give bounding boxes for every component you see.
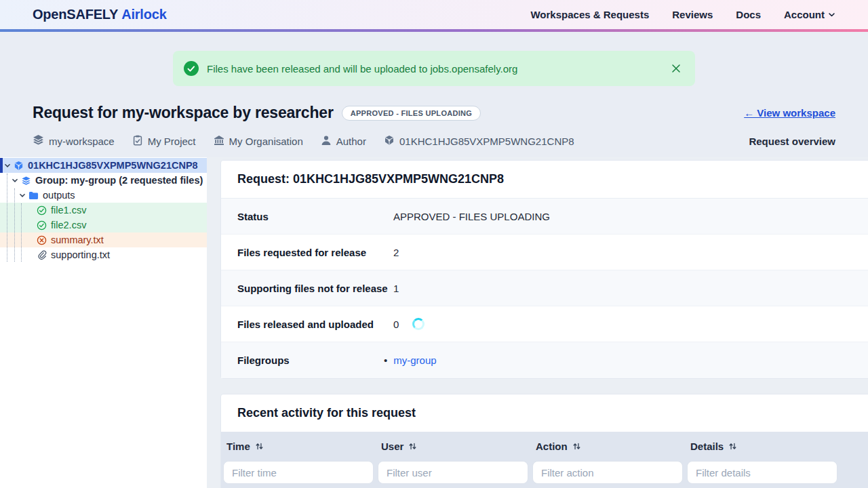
- meta-label: my-workspace: [49, 136, 115, 147]
- success-alert: Files have been released and will be upl…: [173, 51, 695, 86]
- meta-organisation: My Organisation: [214, 135, 303, 148]
- nav-item-reviews[interactable]: Reviews: [672, 9, 713, 20]
- filter-time-input[interactable]: [223, 461, 374, 484]
- detail-value: 2: [393, 247, 399, 258]
- chevron-down-icon: [828, 9, 835, 20]
- tree-item-label: summary.txt: [51, 235, 104, 245]
- column-header-details: Details: [685, 432, 840, 461]
- tree-item-label: 01KHC1HJG85VXPMP5WNG21CNP8: [28, 160, 198, 171]
- column-label: Action: [536, 441, 568, 452]
- detail-row-supporting-files: Supporting files not for release 1: [221, 270, 868, 306]
- file-tree: 01KHC1HJG85VXPMP5WNG21CNP8 Group: my-gro…: [0, 157, 207, 488]
- success-check-icon: [184, 61, 199, 76]
- filter-user-input[interactable]: [378, 461, 528, 484]
- detail-value: 0: [393, 319, 399, 330]
- tree-item-label: file1.csv: [51, 205, 86, 216]
- layers-icon: [21, 176, 31, 186]
- nav-item-label: Account: [784, 9, 825, 20]
- tree-guide: [7, 174, 7, 262]
- upload-spinner-icon: [412, 318, 425, 330]
- request-overview-label: Request overview: [749, 136, 835, 147]
- tree-item-label: Group: my-group (2 requested files): [35, 175, 203, 186]
- meta-author: Author: [321, 135, 366, 148]
- nav-links: Workspaces & Requests Reviews Docs Accou…: [530, 9, 835, 20]
- column-label: Details: [690, 441, 724, 452]
- sort-icon[interactable]: [255, 442, 264, 451]
- detail-label: Filegroups: [221, 354, 393, 366]
- chevron-down-icon[interactable]: [4, 162, 11, 169]
- list-bullet: •: [384, 354, 387, 366]
- detail-value: APPROVED - FILES UPLOADING: [393, 211, 550, 222]
- folder-icon: [28, 190, 39, 201]
- person-icon: [321, 135, 332, 148]
- cube-icon: [14, 161, 24, 171]
- request-details-title: Request: 01KHC1HJG85VXPMP5WNG21CNP8: [221, 161, 868, 199]
- request-header: Files have been released and will be upl…: [0, 32, 868, 157]
- column-header-time: Time: [221, 432, 376, 461]
- nav-item-label: Workspaces & Requests: [530, 9, 649, 20]
- filter-details-input[interactable]: [687, 461, 837, 484]
- sort-icon[interactable]: [728, 442, 737, 451]
- filter-action-input[interactable]: [532, 461, 683, 484]
- page-title: Request for my-workspace by researcher: [33, 104, 334, 122]
- meta-label: My Project: [148, 136, 196, 147]
- column-label: User: [381, 441, 403, 452]
- cube-icon: [384, 135, 395, 148]
- navbar: OpenSAFELYAirlock Workspaces & Requests …: [0, 0, 868, 32]
- request-details-card: Request: 01KHC1HJG85VXPMP5WNG21CNP8 Stat…: [220, 160, 868, 379]
- brand-airlock: Airlock: [121, 7, 166, 22]
- brand-logo[interactable]: OpenSAFELYAirlock: [33, 7, 167, 22]
- recent-activity-card: Recent activity for this request Time Us…: [220, 394, 868, 488]
- nav-item-account[interactable]: Account: [784, 9, 835, 20]
- detail-row-files-released: Files released and uploaded 0: [221, 306, 868, 342]
- column-header-user: User: [376, 432, 530, 461]
- close-icon[interactable]: [668, 60, 684, 77]
- tree-item-label: file2.csv: [51, 220, 86, 230]
- nav-item-workspaces[interactable]: Workspaces & Requests: [530, 9, 649, 20]
- tree-item-label: outputs: [43, 190, 75, 201]
- column-header-action: Action: [530, 432, 685, 461]
- sort-icon[interactable]: [572, 442, 581, 451]
- tree-item-supporting[interactable]: supporting.txt: [0, 247, 207, 262]
- paperclip-icon: [37, 250, 47, 260]
- tree-guide: [14, 188, 15, 262]
- filegroup-link[interactable]: my-group: [393, 354, 436, 366]
- meta-request-id: 01KHC1HJG85VXPMP5WNG21CNP8: [384, 135, 574, 148]
- layers-icon: [33, 134, 44, 148]
- alert-message: Files have been released and will be upl…: [207, 63, 668, 75]
- view-workspace-link[interactable]: ← View workspace: [744, 107, 835, 119]
- check-circle-icon: [37, 205, 47, 216]
- tree-item-label: supporting.txt: [51, 249, 110, 260]
- x-circle-icon: [37, 235, 47, 245]
- recent-activity-title: Recent activity for this request: [221, 394, 868, 432]
- tree-guide: [21, 203, 22, 262]
- nav-item-docs[interactable]: Docs: [736, 9, 761, 20]
- tree-item-file1[interactable]: file1.csv: [0, 203, 207, 218]
- detail-label: Files requested for release: [221, 247, 393, 258]
- chevron-down-icon[interactable]: [12, 177, 18, 184]
- meta-workspace: my-workspace: [33, 134, 115, 148]
- nav-item-label: Reviews: [672, 9, 713, 20]
- detail-row-filegroups: Filegroups • my-group: [221, 342, 868, 378]
- activity-filter-row: [221, 461, 868, 488]
- detail-row-status: Status APPROVED - FILES UPLOADING: [221, 199, 868, 235]
- detail-label: Files released and uploaded: [221, 319, 393, 330]
- main-panel: Request: 01KHC1HJG85VXPMP5WNG21CNP8 Stat…: [207, 157, 868, 488]
- nav-item-label: Docs: [736, 9, 761, 20]
- detail-label: Supporting files not for release: [221, 283, 393, 294]
- chevron-down-icon[interactable]: [19, 192, 26, 199]
- check-circle-icon: [37, 220, 47, 230]
- meta-project: My Project: [132, 135, 196, 148]
- tree-item-request-root[interactable]: 01KHC1HJG85VXPMP5WNG21CNP8: [0, 158, 207, 173]
- sort-icon[interactable]: [408, 442, 417, 451]
- detail-row-files-requested: Files requested for release 2: [221, 235, 868, 270]
- column-label: Time: [226, 441, 250, 452]
- detail-label: Status: [221, 211, 393, 222]
- tree-item-summary[interactable]: summary.txt: [0, 232, 207, 247]
- meta-label: Author: [336, 136, 366, 147]
- detail-value: 1: [393, 283, 399, 294]
- tree-item-outputs-folder[interactable]: outputs: [0, 188, 207, 203]
- tree-item-file2[interactable]: file2.csv: [0, 218, 207, 232]
- bank-icon: [214, 135, 224, 148]
- tree-item-group[interactable]: Group: my-group (2 requested files): [0, 173, 207, 188]
